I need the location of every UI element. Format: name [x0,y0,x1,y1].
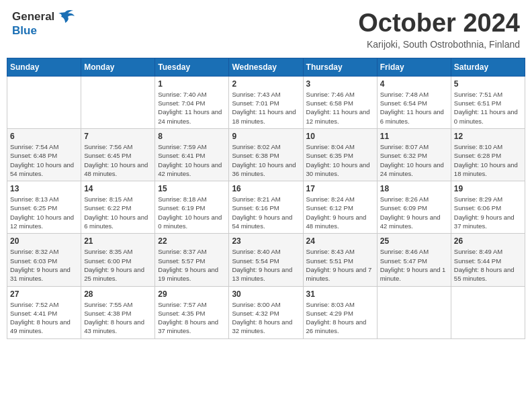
calendar-cell: 9Sunrise: 8:02 AM Sunset: 6:38 PM Daylig… [229,128,303,181]
day-info: Sunrise: 8:03 AM Sunset: 4:29 PM Dayligh… [306,300,374,336]
day-info: Sunrise: 8:35 AM Sunset: 6:00 PM Dayligh… [84,247,152,283]
calendar-cell: 5Sunrise: 7:51 AM Sunset: 6:51 PM Daylig… [451,76,525,128]
calendar-cell: 18Sunrise: 8:26 AM Sunset: 6:09 PM Dayli… [377,181,451,234]
day-number: 23 [232,236,300,246]
day-number: 26 [454,236,522,246]
day-info: Sunrise: 7:48 AM Sunset: 6:54 PM Dayligh… [380,90,448,126]
logo-general: General [12,10,54,24]
calendar-cell: 7Sunrise: 7:56 AM Sunset: 6:45 PM Daylig… [81,128,155,181]
calendar-cell: 8Sunrise: 7:59 AM Sunset: 6:41 PM Daylig… [155,128,229,181]
day-number: 31 [306,289,374,299]
calendar-cell: 4Sunrise: 7:48 AM Sunset: 6:54 PM Daylig… [377,76,451,128]
calendar-cell: 15Sunrise: 8:18 AM Sunset: 6:19 PM Dayli… [155,181,229,234]
logo-bird-icon [56,9,75,24]
day-number: 1 [158,79,226,89]
day-number: 25 [380,236,448,246]
day-number: 16 [232,184,300,193]
day-info: Sunrise: 8:13 AM Sunset: 6:25 PM Dayligh… [10,195,78,230]
day-number: 24 [306,236,374,246]
day-number: 13 [10,184,78,193]
calendar-week-3: 20Sunrise: 8:32 AM Sunset: 6:03 PM Dayli… [7,234,525,286]
calendar-cell: 11Sunrise: 8:07 AM Sunset: 6:32 PM Dayli… [377,128,451,181]
calendar-header: Sunday Monday Tuesday Wednesday Thursday… [7,58,525,76]
day-number: 2 [232,79,300,89]
day-info: Sunrise: 7:55 AM Sunset: 4:38 PM Dayligh… [84,300,152,336]
day-info: Sunrise: 8:10 AM Sunset: 6:28 PM Dayligh… [454,142,522,178]
day-number: 29 [158,289,226,299]
calendar-cell: 19Sunrise: 8:29 AM Sunset: 6:06 PM Dayli… [451,181,525,234]
calendar-cell [7,76,81,128]
day-number: 22 [158,236,226,246]
calendar-cell: 13Sunrise: 8:13 AM Sunset: 6:25 PM Dayli… [7,181,81,234]
day-info: Sunrise: 8:26 AM Sunset: 6:09 PM Dayligh… [380,195,448,230]
calendar-cell [81,76,155,128]
calendar-cell: 28Sunrise: 7:55 AM Sunset: 4:38 PM Dayli… [81,286,155,338]
calendar-cell: 25Sunrise: 8:46 AM Sunset: 5:47 PM Dayli… [377,234,451,286]
day-number: 14 [84,184,152,193]
day-number: 15 [158,184,226,193]
calendar-week-1: 6Sunrise: 7:54 AM Sunset: 6:48 PM Daylig… [7,128,525,181]
calendar-cell: 30Sunrise: 8:00 AM Sunset: 4:32 PM Dayli… [229,286,303,338]
day-number: 10 [306,132,374,141]
calendar-cell: 14Sunrise: 8:15 AM Sunset: 6:22 PM Dayli… [81,181,155,234]
day-info: Sunrise: 8:07 AM Sunset: 6:32 PM Dayligh… [380,142,448,178]
calendar-cell: 26Sunrise: 8:49 AM Sunset: 5:44 PM Dayli… [451,234,525,286]
calendar-cell: 10Sunrise: 8:04 AM Sunset: 6:35 PM Dayli… [303,128,377,181]
day-info: Sunrise: 8:18 AM Sunset: 6:19 PM Dayligh… [158,195,226,230]
day-info: Sunrise: 8:00 AM Sunset: 4:32 PM Dayligh… [232,300,300,336]
month-title: October 2024 [358,9,520,38]
day-number: 3 [306,79,374,89]
calendar-cell: 17Sunrise: 8:24 AM Sunset: 6:12 PM Dayli… [303,181,377,234]
calendar-cell: 29Sunrise: 7:57 AM Sunset: 4:35 PM Dayli… [155,286,229,338]
day-number: 19 [454,184,522,193]
calendar-cell: 6Sunrise: 7:54 AM Sunset: 6:48 PM Daylig… [7,128,81,181]
day-number: 9 [232,132,300,141]
calendar-cell [377,286,451,338]
title-block: October 2024 Karijoki, South Ostrobothni… [358,9,520,50]
day-number: 4 [380,79,448,89]
day-info: Sunrise: 8:04 AM Sunset: 6:35 PM Dayligh… [306,142,374,178]
day-info: Sunrise: 7:40 AM Sunset: 7:04 PM Dayligh… [158,90,226,126]
day-number: 11 [380,132,448,141]
day-number: 21 [84,236,152,246]
day-number: 5 [454,79,522,89]
header-friday: Friday [377,58,451,76]
calendar-cell [451,286,525,338]
day-info: Sunrise: 8:15 AM Sunset: 6:22 PM Dayligh… [84,195,152,230]
calendar-cell: 12Sunrise: 8:10 AM Sunset: 6:28 PM Dayli… [451,128,525,181]
calendar-cell: 3Sunrise: 7:46 AM Sunset: 6:58 PM Daylig… [303,76,377,128]
day-number: 27 [10,289,78,299]
day-number: 30 [232,289,300,299]
calendar-week-2: 13Sunrise: 8:13 AM Sunset: 6:25 PM Dayli… [7,181,525,234]
day-info: Sunrise: 8:29 AM Sunset: 6:06 PM Dayligh… [454,195,522,230]
day-info: Sunrise: 7:56 AM Sunset: 6:45 PM Dayligh… [84,142,152,178]
day-info: Sunrise: 8:21 AM Sunset: 6:16 PM Dayligh… [232,195,300,230]
header-wednesday: Wednesday [229,58,303,76]
calendar-cell: 16Sunrise: 8:21 AM Sunset: 6:16 PM Dayli… [229,181,303,234]
header-monday: Monday [81,58,155,76]
day-info: Sunrise: 8:37 AM Sunset: 5:57 PM Dayligh… [158,247,226,283]
day-info: Sunrise: 8:49 AM Sunset: 5:44 PM Dayligh… [454,247,522,283]
header-thursday: Thursday [303,58,377,76]
calendar-week-0: 1Sunrise: 7:40 AM Sunset: 7:04 PM Daylig… [7,76,525,128]
calendar-week-4: 27Sunrise: 7:52 AM Sunset: 4:41 PM Dayli… [7,286,525,338]
weekday-row: Sunday Monday Tuesday Wednesday Thursday… [7,58,525,76]
calendar-cell: 2Sunrise: 7:43 AM Sunset: 7:01 PM Daylig… [229,76,303,128]
location: Karijoki, South Ostrobothnia, Finland [358,39,520,50]
day-info: Sunrise: 7:43 AM Sunset: 7:01 PM Dayligh… [232,90,300,126]
header-saturday: Saturday [451,58,525,76]
day-info: Sunrise: 7:57 AM Sunset: 4:35 PM Dayligh… [158,300,226,336]
logo-blue: Blue [12,24,37,37]
calendar-cell: 27Sunrise: 7:52 AM Sunset: 4:41 PM Dayli… [7,286,81,338]
calendar-body: 1Sunrise: 7:40 AM Sunset: 7:04 PM Daylig… [7,76,525,338]
day-number: 28 [84,289,152,299]
day-info: Sunrise: 8:40 AM Sunset: 5:54 PM Dayligh… [232,247,300,283]
day-info: Sunrise: 8:02 AM Sunset: 6:38 PM Dayligh… [232,142,300,178]
header-sunday: Sunday [7,58,81,76]
calendar-cell: 31Sunrise: 8:03 AM Sunset: 4:29 PM Dayli… [303,286,377,338]
day-info: Sunrise: 8:43 AM Sunset: 5:51 PM Dayligh… [306,247,374,283]
day-info: Sunrise: 7:51 AM Sunset: 6:51 PM Dayligh… [454,90,522,126]
day-info: Sunrise: 7:59 AM Sunset: 6:41 PM Dayligh… [158,142,226,178]
calendar-table: Sunday Monday Tuesday Wednesday Thursday… [7,58,525,339]
calendar-cell: 21Sunrise: 8:35 AM Sunset: 6:00 PM Dayli… [81,234,155,286]
